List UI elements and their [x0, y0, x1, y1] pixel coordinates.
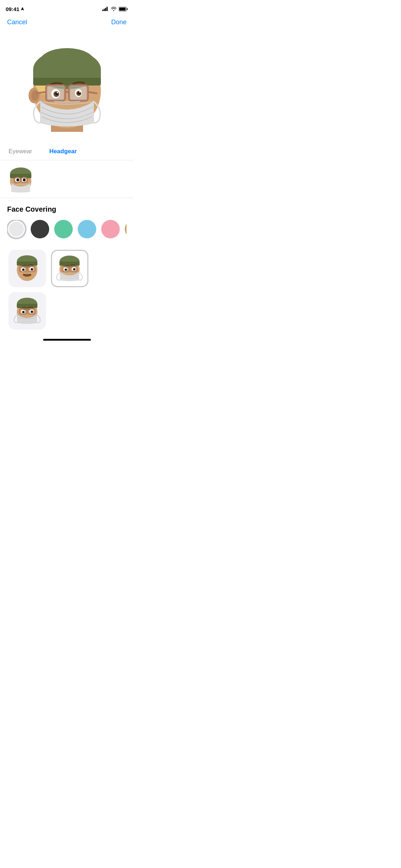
face-covering-section: Face Covering: [0, 198, 134, 333]
memoji-svg: [21, 36, 113, 132]
home-indicator: [0, 333, 134, 343]
svg-rect-6: [127, 8, 128, 10]
color-swatch-teal[interactable]: [54, 220, 73, 238]
battery-icon: [119, 7, 128, 11]
svg-point-64: [65, 269, 67, 271]
tab-eyewear-label: Eyewear: [9, 148, 32, 155]
option-no-mask[interactable]: [9, 250, 46, 287]
options-grid: [7, 250, 127, 330]
option-svg-2: [52, 251, 87, 286]
tab-headgear[interactable]: Headgear: [48, 144, 78, 160]
svg-point-38: [16, 179, 19, 181]
svg-rect-47: [17, 262, 37, 266]
svg-rect-0: [102, 10, 103, 11]
color-swatch-blue[interactable]: [78, 220, 96, 238]
selected-preview-row: [0, 160, 134, 198]
svg-point-46: [17, 255, 37, 268]
color-swatch-dark[interactable]: [31, 220, 49, 238]
svg-point-32: [79, 91, 81, 93]
signal-icon: [102, 7, 109, 11]
tab-headgear-label: Headgear: [49, 148, 77, 155]
svg-point-69: [17, 298, 37, 310]
status-icons: [102, 7, 128, 11]
tab-eyewear[interactable]: Eyewear: [7, 144, 34, 160]
svg-rect-3: [107, 7, 108, 11]
color-swatch-pink[interactable]: [101, 220, 120, 238]
svg-point-54: [31, 268, 33, 271]
home-bar: [43, 339, 91, 341]
location-icon: [20, 7, 25, 11]
color-swatches: [7, 220, 127, 240]
svg-point-75: [22, 311, 25, 314]
option-surgical-mask[interactable]: [51, 250, 88, 287]
svg-rect-1: [104, 9, 105, 11]
svg-rect-59: [60, 262, 80, 265]
avatar-preview: [0, 30, 134, 144]
cancel-button[interactable]: Cancel: [7, 19, 27, 26]
selected-avatar-small: [6, 164, 36, 194]
selected-preview-svg: [6, 164, 36, 194]
nav-bar: Cancel Done: [0, 16, 134, 30]
svg-point-55: [25, 272, 29, 275]
svg-rect-2: [105, 8, 106, 11]
svg-rect-7: [119, 7, 126, 10]
option-svg-1: [9, 250, 45, 286]
section-title: Face Covering: [7, 205, 127, 213]
color-swatch-tan[interactable]: [125, 220, 127, 238]
svg-point-28: [57, 92, 58, 93]
svg-rect-70: [17, 304, 37, 308]
color-swatch-white[interactable]: [7, 220, 26, 238]
tab-selector: Eyewear Headgear: [0, 144, 134, 160]
svg-point-77: [31, 311, 33, 313]
status-bar: 09:41: [0, 0, 134, 16]
svg-point-12: [31, 90, 38, 101]
time-label: 09:41: [6, 6, 19, 12]
option-svg-3: [9, 293, 45, 329]
svg-point-66: [73, 268, 76, 271]
done-button[interactable]: Done: [111, 19, 127, 26]
svg-point-52: [22, 269, 25, 271]
status-time: 09:41: [6, 6, 25, 12]
memoji-main: [21, 36, 113, 132]
svg-rect-36: [10, 174, 31, 178]
wifi-icon: [111, 7, 117, 11]
svg-point-17: [39, 48, 95, 77]
option-tinted-mask[interactable]: [9, 292, 46, 330]
svg-rect-16: [33, 78, 101, 86]
svg-point-40: [23, 179, 26, 181]
